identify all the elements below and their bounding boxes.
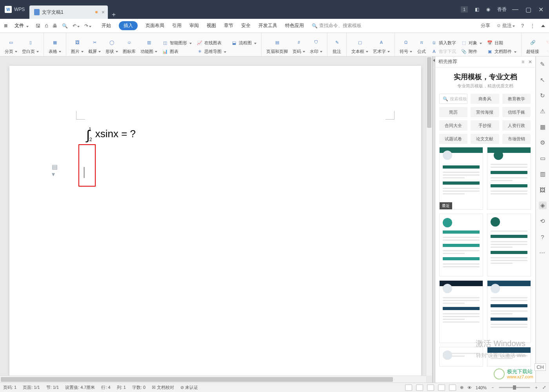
rail-grid-icon[interactable]: ▦ (539, 123, 547, 131)
tab-pagelayout[interactable]: 页面布局 (145, 22, 164, 29)
rail-refresh-icon[interactable]: ↻ (539, 92, 547, 100)
status-ruler[interactable]: 设置值: 4.7厘米 (65, 385, 95, 390)
tab-chapter[interactable]: 章节 (224, 22, 233, 29)
cat-marketing[interactable]: 市场营销 (502, 134, 531, 144)
rail-help-icon[interactable]: ? (539, 233, 547, 241)
tab-start[interactable]: 开始 (102, 22, 111, 29)
rail-layout-icon[interactable]: ▥ (539, 170, 547, 178)
more-icon[interactable]: ⋮ (530, 23, 535, 29)
picture-button[interactable]: 🖼图片 (69, 34, 86, 54)
cat-education[interactable]: 教育教学 (502, 94, 531, 104)
attachment-button[interactable]: 📎附件 (461, 48, 482, 54)
view-web-icon[interactable] (438, 385, 445, 391)
zoom-in-icon[interactable]: ＋ (534, 385, 538, 390)
status-section[interactable]: 节: 1/1 (46, 385, 59, 390)
rail-image-icon[interactable]: 🖼 (539, 186, 547, 194)
zoom-out-icon[interactable]: － (491, 385, 495, 390)
maximize-icon[interactable]: ▢ (525, 6, 531, 13)
view-globe-icon[interactable]: ⊕ (460, 385, 464, 390)
template-card[interactable] (487, 280, 531, 343)
user-name[interactable]: 香香 (497, 6, 507, 13)
watermark-button[interactable]: ⛉水印 (307, 34, 325, 54)
onlinechart-button[interactable]: 📈在线图表 (196, 40, 226, 46)
save-icon[interactable]: 🖫 (36, 23, 40, 29)
status-col[interactable]: 列: 1 (117, 385, 126, 390)
close-window-icon[interactable]: ✕ (538, 6, 544, 13)
docparts-button[interactable]: ▣文档部件 (487, 48, 516, 54)
pageno-button[interactable]: #页码 (290, 34, 307, 54)
tab-view[interactable]: 视图 (207, 22, 216, 29)
shapes-button[interactable]: ◯形状 (103, 34, 120, 54)
cat-exam[interactable]: 试题试卷 (439, 134, 467, 144)
template-search[interactable]: 🔍 搜索模板 (439, 94, 467, 104)
cat-resume[interactable]: 简历 (439, 107, 467, 117)
object-button[interactable]: ⬚对象 (461, 40, 482, 46)
collapse-ribbon-icon[interactable] (541, 25, 545, 27)
headerfooter-button[interactable]: ▤页眉和页脚 (264, 34, 290, 54)
skin-icon[interactable]: ◧ (475, 7, 479, 12)
cat-handcopy[interactable]: 手抄报 (471, 120, 499, 131)
vscroll-thumb[interactable] (427, 57, 431, 128)
table-button[interactable]: ▦表格 (46, 34, 64, 54)
wordart-button[interactable]: A艺术字 (371, 34, 392, 54)
minimize-icon[interactable]: — (512, 6, 518, 13)
comment-button[interactable]: ☺ 批注 (496, 22, 515, 29)
template-card[interactable] (439, 280, 483, 343)
status-page[interactable]: 页面: 1/1 (23, 385, 40, 390)
fit-icon[interactable]: ⤢ (542, 385, 546, 390)
view-outline-icon[interactable] (449, 385, 456, 391)
cat-business[interactable]: 商务风 (471, 94, 499, 104)
template-card[interactable] (487, 214, 531, 276)
template-card[interactable] (439, 214, 483, 276)
redo-icon[interactable]: ↷ (84, 23, 91, 29)
hamburger-icon[interactable]: ≡ (4, 22, 7, 29)
template-card[interactable]: 最近 (439, 147, 483, 210)
status-proof[interactable]: ☒ 文档校对 (152, 385, 174, 390)
status-auth[interactable]: ⊘ 未认证 (180, 385, 198, 390)
user-avatar-icon[interactable]: ◉ (486, 7, 490, 12)
status-line[interactable]: 行: 4 (101, 385, 110, 390)
tab-devtools[interactable]: 开发工具 (258, 22, 277, 29)
close-tab-icon[interactable]: × (102, 9, 105, 15)
paragraph-handle-icon[interactable]: ▤ ▾ (52, 168, 58, 173)
doc-tab[interactable]: 文字文稿1 × (29, 5, 108, 19)
status-words[interactable]: 字数: 0 (132, 385, 145, 390)
search-box[interactable]: 🔍查找命令、搜索模板 (312, 22, 362, 29)
view-print-icon[interactable] (416, 385, 423, 391)
view-eye-icon[interactable]: 👁 (467, 385, 472, 390)
undo-icon[interactable]: ↶ (73, 23, 80, 29)
rail-select-icon[interactable]: ↖ (539, 76, 547, 84)
date-button[interactable]: 📅日期 (487, 40, 516, 46)
page[interactable]: ∫12xsinx = ? ▤ ▾ (9, 66, 421, 383)
tab-review[interactable]: 审阅 (189, 22, 199, 29)
notice-badge[interactable]: 1 (461, 6, 468, 13)
rail-history-icon[interactable]: ⟲ (539, 217, 547, 225)
cat-letter[interactable]: 信纸手账 (502, 107, 531, 117)
formula-button[interactable]: π公式 (414, 34, 429, 54)
horizontal-scrollbar[interactable] (0, 376, 426, 383)
textbox-button[interactable]: ▢文本框 (349, 34, 371, 54)
cat-hr[interactable]: 人资行政 (502, 120, 531, 131)
insertnum-button[interactable]: ①插入数字 (431, 40, 456, 46)
print-preview-icon[interactable]: ⎙ (45, 23, 48, 29)
flowchart-button[interactable]: ⬓流程图 (231, 40, 256, 46)
iconlib-button[interactable]: ☺图标库 (120, 34, 138, 54)
ime-indicator[interactable]: CH (534, 363, 546, 371)
tab-insert[interactable]: 插入 (119, 21, 138, 30)
view-read-icon[interactable] (427, 385, 434, 391)
chart-button[interactable]: 📊图表 (162, 48, 192, 54)
cat-contract[interactable]: 合同大全 (439, 120, 467, 131)
panel-menu-icon[interactable]: ≡ (522, 59, 524, 65)
hscroll-thumb[interactable] (1, 377, 393, 382)
template-card[interactable] (487, 147, 531, 210)
rail-page-icon[interactable]: ▭ (539, 154, 547, 162)
tab-reference[interactable]: 引用 (172, 22, 182, 29)
rail-settings-icon[interactable]: ⚙ (539, 139, 547, 147)
find-icon[interactable]: 🔍 (62, 23, 68, 29)
rail-warning-icon[interactable]: ⚠ (539, 107, 547, 115)
smartart-button[interactable]: ◫智能图形 (162, 40, 192, 46)
help-icon[interactable]: ? (521, 23, 524, 29)
mindmap-button[interactable]: ✳思维导图 (196, 48, 226, 54)
screenshot-button[interactable]: ✂截屏 (86, 34, 103, 54)
print-icon[interactable]: 🖶 (53, 23, 57, 29)
